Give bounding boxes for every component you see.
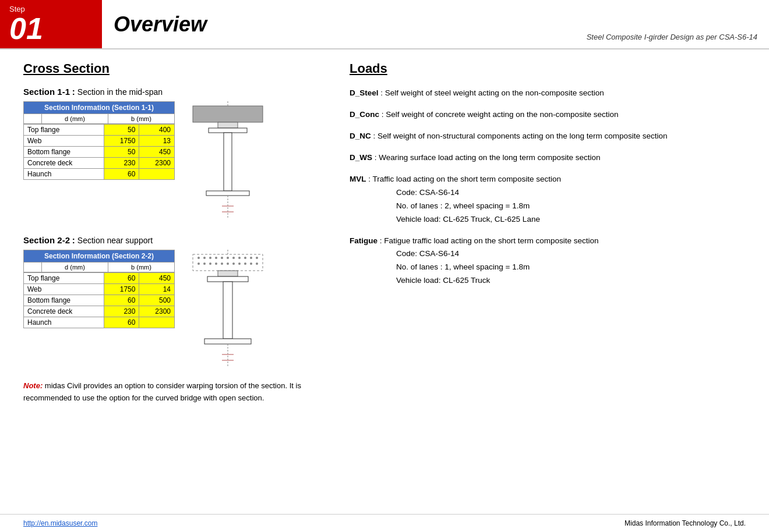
section-2-data-table: Top flange60450Web175014Bottom flange605…: [23, 272, 175, 328]
load-item: D_Conc : Self weight of concrete weight …: [350, 108, 746, 122]
table-row: Haunch60: [24, 169, 175, 180]
svg-rect-0: [193, 106, 263, 122]
section-2-desc: Section near support: [77, 236, 153, 245]
load-item: D_Steel : Self weight of steel weight ac…: [350, 87, 746, 100]
svg-point-19: [250, 257, 252, 259]
load-key: D_Steel: [350, 88, 379, 97]
footer: http://en.midasuser.com Midas Informatio…: [0, 514, 769, 532]
load-indent-line: Vehicle load: CL-625 Truck, CL-625 Lane: [350, 213, 746, 226]
load-item: Fatigue : Fatigue traffic load acting on…: [350, 235, 746, 288]
section-2-info-table: Section Information (Section 2-2) d (mm)…: [23, 250, 175, 272]
table-1-title-row: Section Information (Section 1-1): [24, 102, 175, 114]
svg-point-25: [221, 263, 223, 265]
svg-point-29: [244, 263, 246, 265]
header: Step 01 Overview Steel Composite I-girde…: [0, 0, 769, 49]
subtitle-text: Steel Composite I-girder Design as per C…: [587, 0, 769, 48]
table-1-col-header: d (mm) b (mm): [24, 114, 175, 124]
svg-point-30: [250, 263, 252, 265]
step-block: Step 01: [0, 0, 102, 48]
table-2-col-header: d (mm) b (mm): [24, 263, 175, 272]
note-body: midas Civil provides an option to consid…: [23, 381, 301, 402]
section-1-data-table: Top flange50400Web175013Bottom flange504…: [23, 124, 175, 180]
load-text: Fatigue traffic load acting on the short…: [384, 236, 598, 245]
svg-rect-2: [209, 128, 247, 133]
title-text: Overview: [114, 12, 207, 37]
svg-point-13: [215, 257, 217, 259]
load-text: Self weight of concrete weight acting on…: [386, 110, 618, 119]
section-1-label: Section 1-1: [23, 87, 70, 97]
load-text: Self weight of steel weight acting on th…: [385, 88, 604, 97]
section-2-svg: [184, 250, 271, 366]
load-key: MVL: [350, 175, 366, 183]
svg-point-23: [209, 263, 211, 265]
svg-point-20: [256, 257, 258, 259]
table-row: Top flange50400: [24, 125, 175, 136]
svg-point-16: [232, 257, 235, 259]
main-content: Cross Section Section 1-1 : Section in t…: [0, 49, 769, 416]
section-1-table: Section Information (Section 1-1) d (mm)…: [23, 101, 175, 218]
note-block: Note: midas Civil provides an option to …: [23, 380, 326, 405]
svg-point-27: [232, 263, 235, 265]
load-text: Wearing surface load acting on the long …: [379, 153, 600, 162]
svg-point-11: [203, 257, 206, 259]
col-b-header: b (mm): [108, 114, 174, 124]
svg-rect-35: [204, 339, 251, 344]
col2-label-empty: [24, 263, 42, 272]
svg-point-22: [203, 263, 206, 265]
page-title: Overview: [102, 0, 587, 48]
svg-point-21: [197, 263, 200, 265]
table-row: Web175014: [24, 284, 175, 295]
section-2-label: Section 2-2: [23, 235, 70, 245]
svg-point-28: [238, 263, 241, 265]
svg-point-31: [256, 263, 258, 265]
table-row: Bottom flange60500: [24, 295, 175, 306]
cross-section-title: Cross Section: [23, 61, 326, 76]
svg-point-17: [238, 257, 241, 259]
load-key: Fatigue: [350, 236, 378, 245]
section-1-colon: :: [72, 87, 77, 97]
load-key: D_Conc: [350, 110, 379, 119]
svg-point-10: [197, 257, 200, 259]
svg-point-12: [209, 257, 211, 259]
svg-rect-32: [218, 271, 238, 276]
section-1-header: Section 1-1 : Section in the mid-span: [23, 87, 326, 97]
table-row: Top flange60450: [24, 273, 175, 284]
load-text: Traffic load acting on the short term co…: [373, 175, 561, 183]
load-key: D_WS: [350, 153, 372, 162]
load-text: Self weight of non-structural components…: [378, 132, 668, 140]
col-label-empty: [24, 114, 42, 124]
section-1-row: Section Information (Section 1-1) d (mm)…: [23, 101, 326, 218]
svg-point-24: [215, 263, 217, 265]
section-2-colon: :: [72, 235, 77, 245]
loads-container: D_Steel : Self weight of steel weight ac…: [350, 87, 746, 288]
load-indent-line: Vehicle load: CL-625 Truck: [350, 274, 746, 288]
section-2-table: Section Information (Section 2-2) d (mm)…: [23, 250, 175, 366]
col-d-header: d (mm): [41, 114, 108, 124]
svg-rect-33: [207, 276, 248, 282]
table-2-title: Section Information (Section 2-2): [24, 250, 175, 263]
footer-link[interactable]: http://en.midasuser.com: [23, 519, 97, 527]
section-2-header: Section 2-2 : Section near support: [23, 235, 326, 245]
step-number: 01: [9, 13, 93, 44]
load-item: MVL : Traffic load acting on the short t…: [350, 173, 746, 226]
load-item: D_WS : Wearing surface load acting on th…: [350, 151, 746, 165]
table-2-title-row: Section Information (Section 2-2): [24, 250, 175, 263]
table-row: Concrete deck2302300: [24, 306, 175, 317]
svg-rect-34: [223, 282, 232, 339]
svg-point-26: [227, 263, 229, 265]
svg-rect-3: [224, 133, 232, 191]
load-indent-line: No. of lanes : 2, wheel spacing = 1.8m: [350, 200, 746, 213]
right-panel: Loads D_Steel : Self weight of steel wei…: [338, 61, 746, 405]
svg-point-15: [227, 257, 229, 259]
section-1-desc: Section in the mid-span: [77, 87, 163, 97]
table-row: Web175013: [24, 136, 175, 147]
loads-title: Loads: [350, 61, 746, 76]
footer-company: Midas Information Technology Co., Ltd.: [625, 519, 746, 527]
left-panel: Cross Section Section 1-1 : Section in t…: [23, 61, 326, 405]
load-key: D_NC: [350, 132, 371, 140]
load-indent-line: No. of lanes : 1, wheel spacing = 1.8m: [350, 261, 746, 274]
section-1-diagram: [184, 101, 271, 218]
table-row: Haunch60: [24, 317, 175, 328]
load-indent-line: Code: CSA-S6-14: [350, 247, 746, 261]
col2-b-header: b (mm): [108, 263, 174, 272]
